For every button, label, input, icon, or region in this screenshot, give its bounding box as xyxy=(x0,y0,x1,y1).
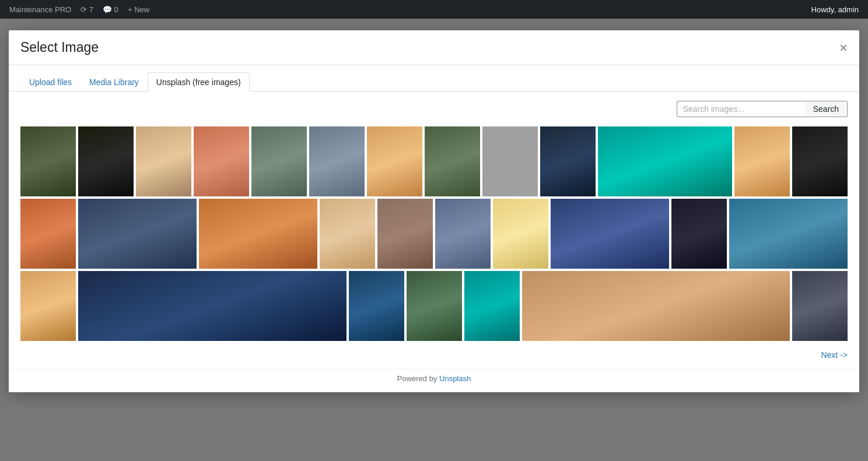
howdy-text: Howdy, admin xyxy=(811,5,859,14)
updates-count[interactable]: ⟳ 7 xyxy=(80,5,93,14)
admin-bar-left: Maintenance PRO ⟳ 7 💬 0 + New xyxy=(9,5,149,14)
new-button[interactable]: + New xyxy=(128,5,149,14)
comments-count[interactable]: 💬 0 xyxy=(103,5,118,14)
admin-bar: Maintenance PRO ⟳ 7 💬 0 + New Howdy, adm… xyxy=(0,0,868,19)
site-name[interactable]: Maintenance PRO xyxy=(9,5,71,14)
